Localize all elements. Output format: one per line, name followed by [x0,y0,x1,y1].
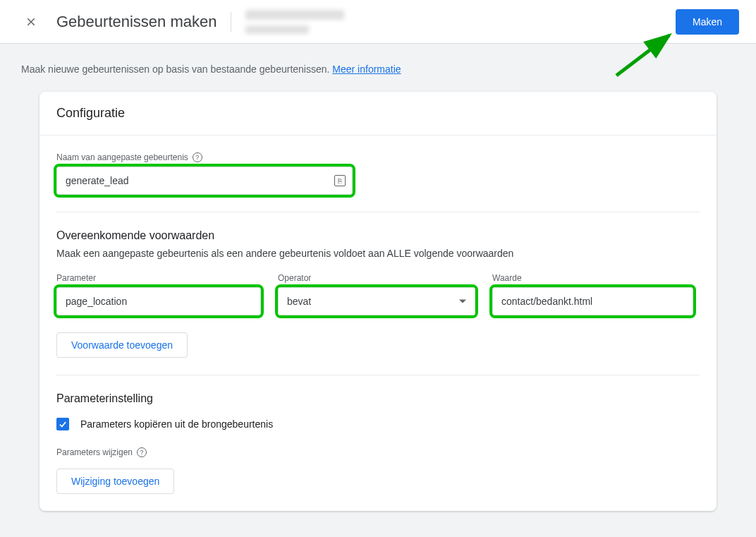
event-name-input[interactable] [56,167,353,195]
intro-text: Maak nieuwe gebeurtenissen op basis van … [21,64,739,75]
property-info [245,10,344,34]
modify-params-label: Parameters wijzigen [56,447,133,457]
page-title: Gebeurtenissen maken [56,12,231,32]
chevron-down-icon [459,300,466,303]
parameter-label: Parameter [56,273,261,283]
copy-params-checkbox[interactable] [56,418,69,430]
conditions-subtitle: Maak een aangepaste gebeurtenis als een … [56,248,700,259]
parameter-input[interactable] [56,287,261,315]
help-icon[interactable]: ? [137,447,147,457]
event-name-label: Naam van aangepaste gebeurtenis ? [56,152,700,162]
redacted-property-name [245,10,344,20]
help-icon[interactable]: ? [193,152,202,162]
redacted-property-id [245,25,309,34]
intro-text-content: Maak nieuwe gebeurtenissen op basis van … [21,64,329,75]
page-header: Gebeurtenissen maken Maken [0,0,756,44]
event-name-input-wrap: ⎘ [56,167,353,195]
close-icon[interactable] [17,8,45,36]
divider [56,212,700,212]
create-button[interactable]: Maken [676,9,739,35]
more-info-link[interactable]: Meer informatie [332,64,401,75]
config-card: Configuratie Naam van aangepaste gebeurt… [39,92,717,511]
operator-label: Operator [278,273,475,283]
value-input[interactable] [492,287,693,315]
condition-row: Parameter Operator bevat Waarde [56,273,700,315]
clipboard-icon[interactable]: ⎘ [334,175,346,186]
conditions-title: Overeenkomende voorwaarden [56,229,700,242]
params-title: Parameterinstelling [56,392,700,405]
divider [56,375,700,375]
value-label: Waarde [492,273,693,283]
operator-value: bevat [287,296,311,307]
add-condition-button[interactable]: Voorwaarde toevoegen [56,332,188,358]
card-header: Configuratie [39,92,717,135]
config-title: Configuratie [56,106,700,121]
copy-params-label: Parameters kopiëren uit de brongebeurten… [80,418,273,430]
add-modification-button[interactable]: Wijziging toevoegen [56,469,174,494]
operator-select[interactable]: bevat [278,287,475,315]
